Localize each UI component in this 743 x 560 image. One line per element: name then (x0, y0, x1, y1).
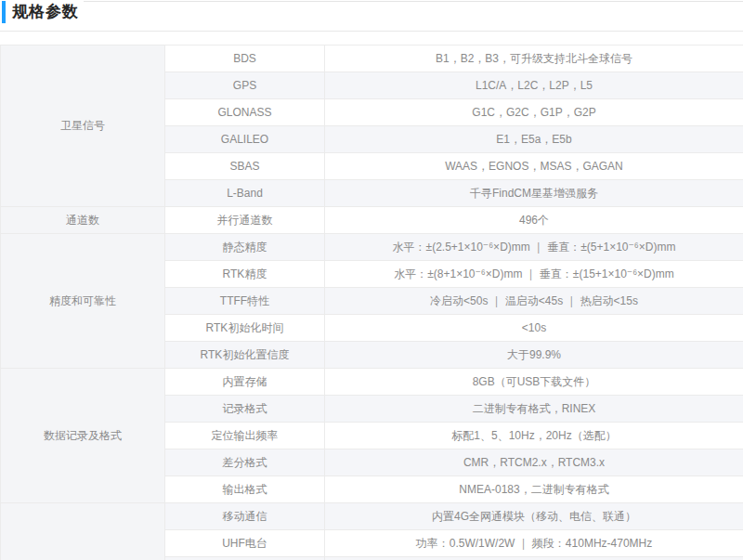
value-cell: <10s (325, 315, 743, 342)
table-row: 通道数并行通道数496个 (1, 207, 743, 234)
value-cell: NMEA-0183，二进制专有格式 (325, 476, 743, 503)
value-cell: 千寻FindCM星基增强服务 (325, 180, 743, 207)
param-cell: L-Band (165, 180, 325, 207)
value-cell: 二进制专有格式，RINEX (325, 396, 743, 423)
param-cell: BDS (165, 46, 325, 72)
title-accent-bar (2, 1, 6, 23)
value-cell: 内置4G全网通模块（移动、电信、联通） (325, 503, 743, 530)
value-cell: L1C/A，L2C，L2P，L5 (325, 72, 743, 99)
value-cell (325, 557, 743, 560)
value-cell: 冷启动<50s ｜ 温启动<45s ｜ 热启动<15s (325, 288, 743, 315)
category-cell: 精度和可靠性 (1, 234, 165, 369)
value-cell: 功率：0.5W/1W/2W ｜ 频段：410MHz-470MHz (325, 530, 743, 557)
spec-table-body: 卫星信号BDSB1，B2，B3，可升级支持北斗全球信号GPSL1C/A，L2C，… (1, 46, 743, 560)
param-cell: SBAS (165, 153, 325, 180)
value-cell: WAAS，EGNOS，MSAS，GAGAN (325, 153, 743, 180)
value-cell: E1，E5a，E5b (325, 126, 743, 153)
section-header: 规格参数 (0, 0, 743, 32)
category-cell (1, 503, 165, 560)
table-row: 数据记录及格式内置存储8GB（可USB下载文件） (1, 369, 743, 396)
param-cell: RTK初始化时间 (165, 315, 325, 342)
param-cell: UHF电台 (165, 530, 325, 557)
param-cell: 内置存储 (165, 369, 325, 396)
param-cell: GLONASS (165, 99, 325, 126)
table-row: 移动通信内置4G全网通模块（移动、电信、联通） (1, 503, 743, 530)
value-cell: B1，B2，B3，可升级支持北斗全球信号 (325, 46, 743, 72)
category-cell: 通道数 (1, 207, 165, 234)
param-cell: 差分格式 (165, 449, 325, 476)
spec-page: 规格参数 卫星信号BDSB1，B2，B3，可升级支持北斗全球信号GPSL1C/A… (0, 0, 743, 560)
param-cell (165, 557, 325, 560)
table-row: 卫星信号BDSB1，B2，B3，可升级支持北斗全球信号 (1, 46, 743, 72)
param-cell: 记录格式 (165, 396, 325, 423)
param-cell: 输出格式 (165, 476, 325, 503)
param-cell: TTFF特性 (165, 288, 325, 315)
value-cell: 大于99.9% (325, 342, 743, 369)
param-cell: 定位输出频率 (165, 423, 325, 449)
param-cell: RTK初始化置信度 (165, 342, 325, 369)
category-cell: 数据记录及格式 (1, 369, 165, 503)
param-cell: GALILEO (165, 126, 325, 153)
spec-table: 卫星信号BDSB1，B2，B3，可升级支持北斗全球信号GPSL1C/A，L2C，… (0, 45, 743, 560)
value-cell: 496个 (325, 207, 743, 234)
param-cell: GPS (165, 72, 325, 99)
param-cell: 移动通信 (165, 503, 325, 530)
param-cell: RTK精度 (165, 261, 325, 288)
param-cell: 并行通道数 (165, 207, 325, 234)
value-cell: 8GB（可USB下载文件） (325, 369, 743, 396)
value-cell: 水平：±(8+1×10⁻⁶×D)mm ｜ 垂直：±(15+1×10⁻⁶×D)mm (325, 261, 743, 288)
value-cell: CMR，RTCM2.x，RTCM3.x (325, 449, 743, 476)
category-cell: 卫星信号 (1, 46, 165, 207)
table-row: 精度和可靠性静态精度水平：±(2.5+1×10⁻⁶×D)mm ｜ 垂直：±(5+… (1, 234, 743, 261)
value-cell: G1C，G2C，G1P，G2P (325, 99, 743, 126)
page-title: 规格参数 (12, 0, 79, 24)
param-cell: 静态精度 (165, 234, 325, 261)
value-cell: 水平：±(2.5+1×10⁻⁶×D)mm ｜ 垂直：±(5+1×10⁻⁶×D)m… (325, 234, 743, 261)
value-cell: 标配1、5、10Hz，20Hz（选配） (325, 423, 743, 449)
